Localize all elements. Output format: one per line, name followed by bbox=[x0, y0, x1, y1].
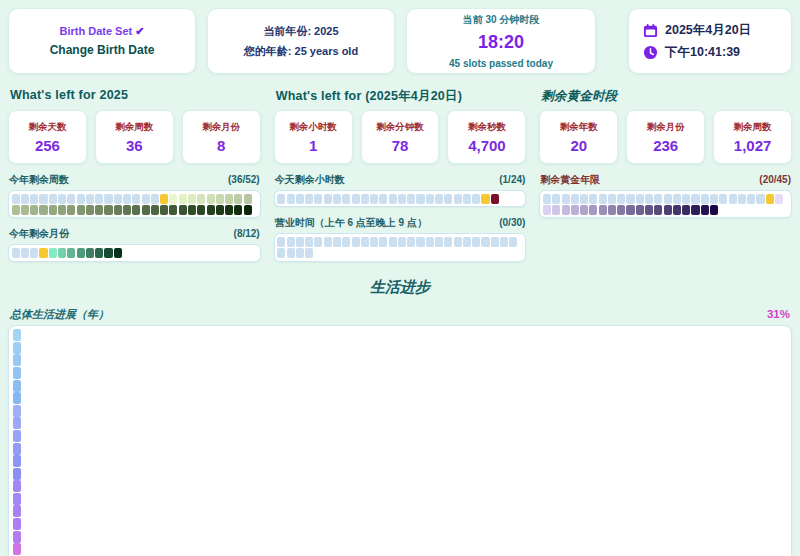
stat-value: 1 bbox=[309, 137, 317, 154]
birth-date-status: Birth Date Set ✔ bbox=[59, 25, 144, 38]
bar-label: 今年剩余周数 bbox=[9, 173, 69, 187]
life-progress-title: 生活进步 bbox=[8, 278, 792, 297]
stat-card-minutes-left: 剩余分钟数 78 bbox=[361, 110, 440, 164]
change-birth-date-button[interactable]: Change Birth Date bbox=[50, 43, 155, 57]
stat-label: 剩余月份 bbox=[202, 121, 240, 134]
stat-card-seconds-left: 剩余秒数 4,700 bbox=[447, 110, 526, 164]
bar-label: 今年剩余月份 bbox=[9, 227, 69, 241]
stat-label: 剩余小时数 bbox=[289, 121, 337, 134]
life-years-block: 总体生活进展（年） 31% bbox=[8, 307, 792, 556]
stat-card-golden-months: 剩余月份 236 bbox=[626, 110, 705, 164]
year-age-card: 当前年份: 2025 您的年龄: 25 years old bbox=[207, 8, 395, 74]
current-year-text: 当前年份: 2025 bbox=[263, 24, 338, 39]
section-title: What's left for 2025 bbox=[10, 88, 261, 103]
section-today: What's left for (2025年4月20日) 剩余小时数 1 剩余分… bbox=[274, 86, 527, 262]
months-left-grid bbox=[8, 244, 261, 261]
stat-label: 剩余秒数 bbox=[468, 121, 506, 134]
stat-sections-row: What's left for 2025 剩余天数 256 剩余周数 36 剩余… bbox=[8, 86, 792, 262]
stat-value: 256 bbox=[35, 137, 60, 154]
golden-years-grid bbox=[539, 190, 792, 218]
bar-count: (0/30) bbox=[499, 217, 525, 228]
stat-value: 8 bbox=[217, 137, 225, 154]
time-slot-card: 当前 30 分钟时段 18:20 45 slots passed today bbox=[406, 8, 596, 74]
months-left-block: 今年剩余月份 (8/12) bbox=[8, 227, 261, 261]
stat-value: 36 bbox=[126, 137, 143, 154]
big-bar-percent: 31% bbox=[767, 308, 790, 320]
stat-value: 4,700 bbox=[468, 137, 506, 154]
stat-value: 236 bbox=[653, 137, 678, 154]
business-hours-grid bbox=[274, 233, 527, 261]
bar-label: 今天剩余小时数 bbox=[275, 173, 345, 187]
stat-card-golden-years: 剩余年数 20 bbox=[539, 110, 618, 164]
stat-card-hours-left: 剩余小时数 1 bbox=[274, 110, 353, 164]
stat-label: 剩余周数 bbox=[115, 121, 153, 134]
bar-count: (1/24) bbox=[499, 174, 525, 185]
stat-card-golden-weeks: 剩余周数 1,027 bbox=[713, 110, 792, 164]
check-icon: ✔ bbox=[135, 25, 144, 37]
age-text: 您的年龄: 25 years old bbox=[244, 44, 358, 59]
stat-value: 78 bbox=[392, 137, 409, 154]
weeks-left-grid bbox=[8, 190, 261, 218]
bar-count: (8/12) bbox=[234, 228, 260, 239]
slot-time: 18:20 bbox=[478, 32, 524, 53]
time-text: 下午10:41:39 bbox=[665, 44, 740, 61]
weeks-left-block: 今年剩余周数 (36/52) bbox=[8, 173, 261, 218]
stat-card-weeks-left: 剩余周数 36 bbox=[95, 110, 174, 164]
stat-label: 剩余年数 bbox=[560, 121, 598, 134]
stat-value: 20 bbox=[570, 137, 587, 154]
stat-value: 1,027 bbox=[734, 137, 772, 154]
stat-card-days-left: 剩余天数 256 bbox=[8, 110, 87, 164]
top-cards-row: Birth Date Set ✔ Change Birth Date 当前年份:… bbox=[8, 8, 792, 74]
section-year-left: What's left for 2025 剩余天数 256 剩余周数 36 剩余… bbox=[8, 86, 261, 262]
bar-label: 剩余黄金年限 bbox=[540, 173, 600, 187]
datetime-card: 2025年4月20日 下午10:41:39 bbox=[628, 8, 792, 74]
slots-passed-text: 45 slots passed today bbox=[449, 58, 553, 69]
big-bar-label: 总体生活进展（年） bbox=[10, 307, 109, 322]
section-title: 剩余黄金时段 bbox=[541, 88, 792, 103]
business-hours-block: 营业时间（上午 6 点至晚上 9 点） (0/30) bbox=[274, 216, 527, 261]
bar-count: (36/52) bbox=[228, 174, 260, 185]
dashboard: Birth Date Set ✔ Change Birth Date 当前年份:… bbox=[0, 0, 800, 556]
clock-icon bbox=[643, 45, 658, 60]
stat-label: 剩余分钟数 bbox=[376, 121, 424, 134]
section-golden: 剩余黄金时段 剩余年数 20 剩余月份 236 剩余周数 1,027 剩余黄金年… bbox=[539, 86, 792, 262]
calendar-icon bbox=[643, 23, 658, 38]
golden-years-block: 剩余黄金年限 (20/45) bbox=[539, 173, 792, 218]
hours-left-block: 今天剩余小时数 (1/24) bbox=[274, 173, 527, 207]
stat-label: 剩余月份 bbox=[647, 121, 685, 134]
stat-label: 剩余天数 bbox=[28, 121, 66, 134]
stat-label: 剩余周数 bbox=[734, 121, 772, 134]
slot-label: 当前 30 分钟时段 bbox=[463, 13, 540, 27]
section-title: What's left for (2025年4月20日) bbox=[276, 88, 527, 103]
bar-count: (20/45) bbox=[759, 174, 791, 185]
date-text: 2025年4月20日 bbox=[665, 22, 751, 39]
stat-card-months-left: 剩余月份 8 bbox=[182, 110, 261, 164]
birth-date-card: Birth Date Set ✔ Change Birth Date bbox=[8, 8, 196, 74]
life-years-grid bbox=[8, 325, 792, 556]
hours-left-grid bbox=[274, 190, 527, 207]
bar-label: 营业时间（上午 6 点至晚上 9 点） bbox=[275, 216, 427, 230]
